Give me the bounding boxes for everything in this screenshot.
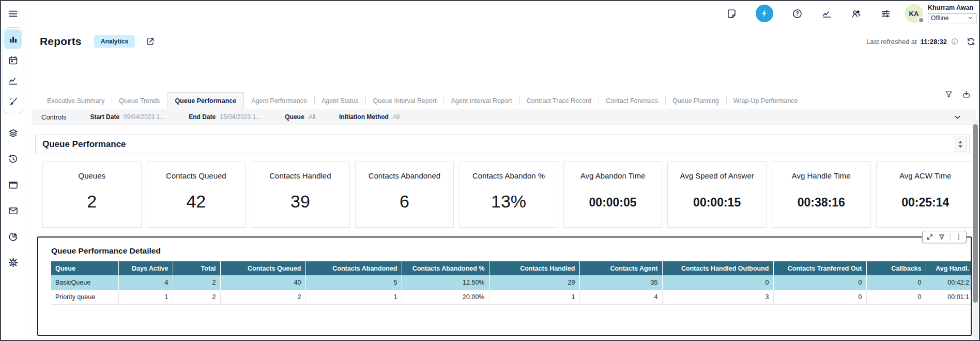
external-link-icon[interactable] bbox=[145, 37, 155, 47]
sidebar-item-reports[interactable] bbox=[4, 29, 22, 49]
sidebar-item-window[interactable] bbox=[4, 179, 22, 190]
col-contacts-handled-outbound[interactable]: Contacts Handled Outbound bbox=[662, 261, 773, 275]
initiation-method-field[interactable]: Initiation Method All bbox=[339, 113, 400, 121]
table-header-row: Queue Days Active Total Contacts Queued … bbox=[51, 261, 971, 275]
metrics-icon[interactable] bbox=[821, 8, 832, 19]
section-header: Queue Performance bbox=[35, 135, 970, 154]
start-date-field[interactable]: Start Date 09/04/2023 1... bbox=[90, 113, 165, 121]
info-icon[interactable] bbox=[951, 37, 959, 46]
col-contacts-abandoned[interactable]: Contacts Abandoned bbox=[305, 261, 402, 275]
cell: 0 bbox=[866, 290, 926, 304]
col-contacts-handled[interactable]: Contacts Handled bbox=[489, 261, 579, 275]
bar-chart-icon bbox=[8, 34, 19, 45]
app-window: ? KA Khurram Awan Offline bbox=[0, 0, 980, 341]
queue-filter-field[interactable]: Queue All bbox=[285, 113, 315, 121]
user-meta: Khurram Awan Offline bbox=[928, 4, 976, 23]
analytics-badge[interactable]: Analytics bbox=[94, 35, 135, 48]
kpi-contacts-abandoned: Contacts Abandoned 6 bbox=[355, 161, 454, 228]
notes-icon[interactable] bbox=[726, 8, 737, 19]
tab-executive-summary[interactable]: Executive Summary bbox=[40, 92, 112, 109]
user-block: KA Khurram Awan Offline bbox=[905, 4, 976, 23]
kpi-value: 6 bbox=[400, 191, 409, 212]
kpi-value: 00:00:15 bbox=[693, 196, 741, 210]
tab-contact-forensics[interactable]: Contact Forensics bbox=[599, 92, 665, 109]
queue-filter-label: Queue bbox=[285, 113, 304, 121]
cell: 00:01:1 bbox=[926, 290, 971, 304]
sidebar-item-metrics[interactable] bbox=[4, 71, 22, 91]
sidebar-item-settings[interactable] bbox=[4, 257, 22, 268]
kpi-value: 00:38:16 bbox=[798, 196, 845, 210]
cell: 2 bbox=[220, 290, 305, 304]
start-date-value: 09/04/2023 1... bbox=[124, 113, 165, 121]
kpi-avg-handle-time: Avg Handle Time 00:38:16 bbox=[772, 161, 871, 228]
page-header: Reports Analytics Last refreshed at 11:2… bbox=[25, 26, 976, 57]
cell: 0 bbox=[773, 275, 866, 290]
sidebar-analytics-group bbox=[3, 27, 23, 113]
kpi-cards: Queues 2 Contacts Queued 42 Contacts Han… bbox=[42, 161, 975, 228]
controls-collapse-chevron-icon[interactable] bbox=[953, 113, 962, 122]
col-contacts-agent[interactable]: Contacts Agent bbox=[579, 261, 662, 275]
section-spinner[interactable] bbox=[954, 137, 967, 152]
kpi-contacts-handled: Contacts Handled 39 bbox=[251, 161, 350, 228]
initiation-method-label: Initiation Method bbox=[339, 113, 389, 121]
col-avg-handle[interactable]: Avg Handl. bbox=[926, 261, 971, 275]
sidebar-item-design[interactable] bbox=[4, 92, 22, 111]
user-name: Khurram Awan bbox=[928, 4, 976, 11]
kebab-menu-icon[interactable] bbox=[955, 233, 962, 241]
sidebar-item-pie[interactable] bbox=[4, 231, 22, 242]
flash-icon[interactable] bbox=[756, 5, 773, 22]
sidebar-item-schedule[interactable] bbox=[4, 50, 22, 70]
sidebar-item-history[interactable] bbox=[4, 153, 22, 165]
kpi-label: Queues bbox=[79, 171, 106, 180]
col-contacts-tranferred-out[interactable]: Contacts Tranferred Out bbox=[773, 261, 866, 275]
col-days-active[interactable]: Days Active bbox=[118, 261, 173, 275]
table-row-priority-queue[interactable]: Priority queue 1 2 2 1 20.00% 1 4 3 0 0 … bbox=[51, 290, 971, 304]
end-date-field[interactable]: End Date 15/04/2023 1... bbox=[189, 113, 261, 121]
cell: 2 bbox=[173, 290, 220, 304]
status-dot bbox=[918, 17, 924, 23]
tab-wrap-up-performance[interactable]: Wrap-Up Performance bbox=[726, 92, 805, 109]
sidebar-item-layers[interactable] bbox=[4, 127, 22, 139]
topbar: ? KA Khurram Awan Offline bbox=[25, 1, 979, 26]
sidebar-item-mail[interactable] bbox=[4, 205, 22, 216]
widget-filter-icon[interactable] bbox=[938, 233, 945, 241]
topbar-icons: ? bbox=[726, 5, 891, 22]
scrollbar-thumb[interactable] bbox=[973, 124, 978, 303]
sliders-icon[interactable] bbox=[880, 8, 891, 19]
kpi-label: Avg Speed of Answer bbox=[680, 171, 754, 180]
refresh-icon[interactable] bbox=[966, 37, 976, 47]
col-total[interactable]: Total bbox=[173, 261, 220, 275]
page-title: Reports bbox=[40, 35, 82, 48]
kpi-contacts-abandon-pct: Contacts Abandon % 13% bbox=[459, 161, 558, 228]
help-icon[interactable]: ? bbox=[792, 8, 803, 19]
tab-agent-performance[interactable]: Agent Performance bbox=[244, 92, 314, 109]
kpi-label: Contacts Queued bbox=[166, 171, 226, 180]
col-callbacks[interactable]: Callbacks bbox=[866, 261, 926, 275]
expand-icon[interactable] bbox=[926, 233, 933, 241]
spinner-down-icon bbox=[958, 145, 963, 149]
tab-agent-interval-report[interactable]: Agent Interval Report bbox=[443, 92, 519, 109]
last-refreshed-time: 11:28:32 bbox=[921, 38, 947, 46]
menu-icon[interactable] bbox=[8, 8, 19, 19]
cell: 12.50% bbox=[402, 275, 489, 290]
tab-queue-interval-report[interactable]: Queue Interval Report bbox=[365, 92, 443, 109]
controls-label: Controls bbox=[41, 113, 66, 121]
calendar-icon bbox=[8, 55, 19, 66]
col-queue[interactable]: Queue bbox=[51, 261, 118, 275]
tab-queue-trends[interactable]: Queue Trends bbox=[112, 92, 167, 109]
table-title: Queue Performance Detailed bbox=[51, 246, 971, 256]
start-date-label: Start Date bbox=[90, 113, 119, 121]
avatar[interactable]: KA bbox=[905, 4, 923, 23]
status-select[interactable]: Offline bbox=[928, 13, 976, 23]
download-icon[interactable] bbox=[962, 90, 971, 99]
line-chart-icon bbox=[8, 76, 19, 86]
tab-queue-performance[interactable]: Queue Performance bbox=[167, 92, 244, 109]
users-icon[interactable] bbox=[851, 8, 862, 19]
tab-contract-trace-record[interactable]: Contract Trace Record bbox=[519, 92, 599, 109]
cell: 0 bbox=[866, 275, 926, 290]
tab-queue-planning[interactable]: Queue Planning bbox=[665, 92, 726, 109]
col-contacts-queued[interactable]: Contacts Queued bbox=[220, 261, 305, 275]
table-row-basicqueue[interactable]: BasicQueue 4 2 40 5 12.50% 29 35 0 0 0 0… bbox=[51, 275, 971, 290]
tab-agent-status[interactable]: Agent Status bbox=[314, 92, 366, 109]
col-contacts-abandoned-pct[interactable]: Contacts Abandoned % bbox=[402, 261, 489, 275]
